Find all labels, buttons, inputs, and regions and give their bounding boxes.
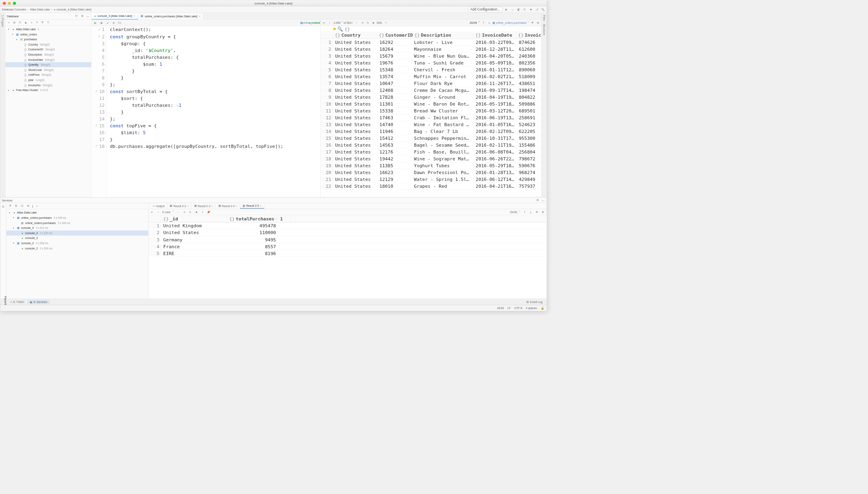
table-row[interactable]: 17United States12176Fish - Base, Bouilli… [321,149,542,156]
add-icon[interactable]: + [7,21,11,25]
filter-icon[interactable]: ⧩ [8,204,12,208]
cell[interactable]: 15412 [378,135,412,141]
cell[interactable]: 2016-06-12T14… [473,176,517,182]
next-page-icon[interactable]: › [355,21,359,25]
cell[interactable]: 874626 [517,39,541,45]
result-tab[interactable]: ▦Result 2-4× [216,203,240,208]
cell[interactable]: 2016-06-19T13… [473,115,517,120]
result-tab[interactable]: ▭Output [150,203,167,208]
services-tool-tab[interactable]: ◉8: Services [27,300,50,304]
cell[interactable]: United States [333,74,377,79]
explain-icon[interactable]: ◑ [99,21,103,25]
encoding[interactable]: UTF-8 [514,307,522,310]
cell[interactable]: 612600 [517,46,541,52]
profile-icon[interactable]: ↻ [523,8,527,12]
cell[interactable]: 17828 [378,94,412,100]
run-gutter-icon[interactable]: ✓ [98,26,100,33]
table-row[interactable]: 21United States12129Water - Spring 1.5li… [321,176,542,183]
cell[interactable]: 15679 [378,53,412,58]
cell[interactable]: Bagel - Sesame Seed … [412,142,473,147]
results-data-grid[interactable]: 🔍{} {} Country{} CustomerID{} Descriptio… [321,26,542,197]
tree-row[interactable]: {}InvoiceDateString(0) [5,57,91,62]
cell[interactable]: Muffin Mix - Carrot [412,74,473,79]
eye-icon[interactable]: 👁 [535,210,539,214]
table-row[interactable]: 4France8557 [149,243,547,250]
breadcrumb-item[interactable]: Database Consoles [2,8,26,11]
tx-icon[interactable]: Tx: [118,21,122,25]
close-icon[interactable]: × [187,204,189,208]
gear-icon[interactable]: ⚙ [80,14,84,18]
cell[interactable]: 17463 [378,115,412,120]
cell[interactable]: 11385 [378,163,412,168]
table-row[interactable]: 2United States110000 [149,229,547,236]
cell[interactable]: Yoghurt Tubes [412,163,473,168]
cell[interactable]: 13574 [378,74,412,79]
export-icon[interactable]: ⤒ [523,210,527,214]
gear-icon[interactable]: ⚙ [536,21,540,25]
cell[interactable]: 429849 [517,176,541,182]
stop-icon[interactable]: ■ [371,21,375,25]
breadcrumb-item[interactable]: Atlas Data Lake [30,8,50,11]
refresh-icon[interactable]: ⟳ [75,14,79,18]
add-row-icon[interactable]: + [384,21,388,25]
database-tree[interactable]: ▾●Atlas Data Lake1▾▦online_orders▾▤purch… [5,26,91,197]
cell[interactable]: 804822 [517,94,541,100]
cell[interactable]: 2016-12-28T11… [473,46,517,52]
import-icon[interactable]: ⤓ [487,21,491,25]
table-row[interactable]: 12United States17463Crab - Imitation Fla… [321,114,542,121]
gear-icon[interactable]: ⚙ [541,210,545,214]
cell[interactable]: 968274 [517,170,541,175]
cell[interactable]: 8557 [227,243,278,249]
cell[interactable]: 495478 [227,223,278,228]
cell[interactable]: 2016-01-05T16… [473,122,517,127]
table-row[interactable]: 20United States16623Dawn Professionl Pot… [321,169,542,176]
cell[interactable]: 798672 [517,156,541,161]
add-configuration-button[interactable]: Add Configuration... [468,7,503,12]
cell[interactable]: United States [333,108,377,113]
breadcrumb-item[interactable]: ●console_4 [Atlas Data Lake] [54,8,91,11]
table-row[interactable]: 18United States19442Wine - Sograpre Mate… [321,156,542,162]
stop-icon[interactable]: ■ [24,21,28,25]
cell[interactable]: 258691 [517,115,541,120]
minimize-window-button[interactable] [8,2,11,5]
cell[interactable]: 256804 [517,149,541,154]
cell[interactable]: Wine - Fat Bastard M… [412,122,473,127]
result-tab[interactable]: ▦Result 2-3× [191,203,216,208]
indent[interactable]: 4 spaces [526,307,537,310]
cell[interactable]: 2016-11-26T17… [473,81,517,86]
eye-icon[interactable]: 👁 [530,21,534,25]
cell[interactable]: Wine - Blue Nun Qual… [412,53,473,58]
table-row[interactable]: 6United States13574Muffin Mix - Carrot20… [321,73,542,80]
run-gutter-icon[interactable]: ✓ [96,143,98,149]
pin-icon[interactable]: 📌 [206,210,210,214]
tree-row[interactable]: ▾▤purchases [5,37,91,42]
code-editor[interactable]: clearContext();const groupByCountry = { … [107,26,283,197]
table-row[interactable]: 2United States18264Mayonnaise2016-12-28T… [321,46,542,52]
cell[interactable]: Bag - Clear 7 Lb [412,129,473,134]
event-log-tool-tab[interactable]: ☰Event Log [524,300,545,304]
right-tool-gutter[interactable]: Files Structure [542,13,547,197]
cell[interactable]: Crab - Imitation Fla… [412,115,473,120]
sync-icon[interactable]: ↻ [18,21,22,25]
cell[interactable]: United States [333,60,377,65]
cell[interactable]: United States [333,142,377,147]
last-page-icon[interactable]: ⇥ [360,21,364,25]
cell[interactable]: 509886 [517,101,541,106]
close-icon[interactable]: × [212,204,213,208]
cell[interactable]: 14563 [378,142,412,147]
tree-icon[interactable]: ⊞ [14,204,18,208]
tree-row[interactable]: ●console_42 s 425 ms [6,230,148,236]
export-icon[interactable]: ⤒ [482,21,486,25]
todo-tool-tab[interactable]: ✓6: TODO [7,300,27,304]
close-icon[interactable]: × [260,204,262,208]
tree-row[interactable]: {}StockCodeString(0) [5,67,91,73]
cell[interactable]: 2016-03-22T09… [473,39,517,45]
cell[interactable]: Bread Ww Cluster [412,108,473,113]
commit-icon[interactable]: ↲ [105,21,109,25]
target-icon[interactable]: ⊕ [26,204,30,208]
cell[interactable]: 2016-06-08T04… [473,149,517,154]
funnel-icon[interactable]: ▽ [46,21,50,25]
cell[interactable]: 955300 [517,135,541,141]
tree-row[interactable]: {}yearLong(0) [5,77,91,83]
services-tree[interactable]: ▾●Atlas Data Lake▾▦online_orders.purchas… [6,209,148,252]
